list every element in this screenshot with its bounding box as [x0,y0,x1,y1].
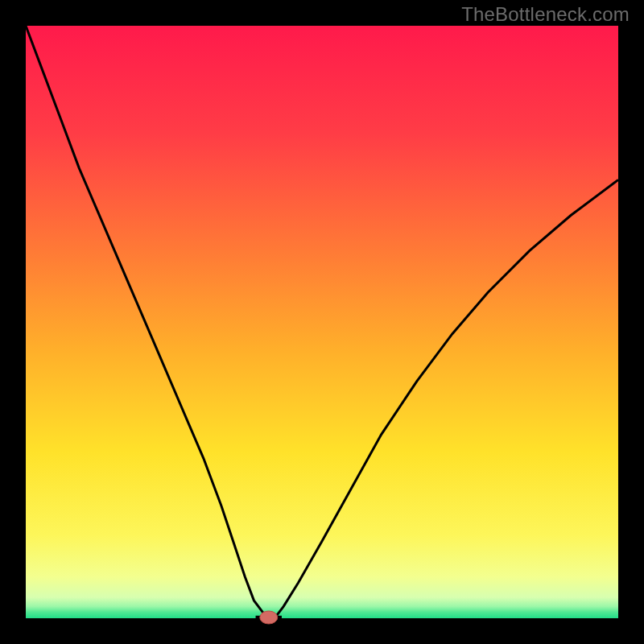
watermark-text: TheBottleneck.com [461,3,630,26]
optimum-marker [260,611,278,624]
chart-frame: TheBottleneck.com [0,0,644,644]
plot-background [26,26,618,618]
bottleneck-chart [0,0,644,644]
